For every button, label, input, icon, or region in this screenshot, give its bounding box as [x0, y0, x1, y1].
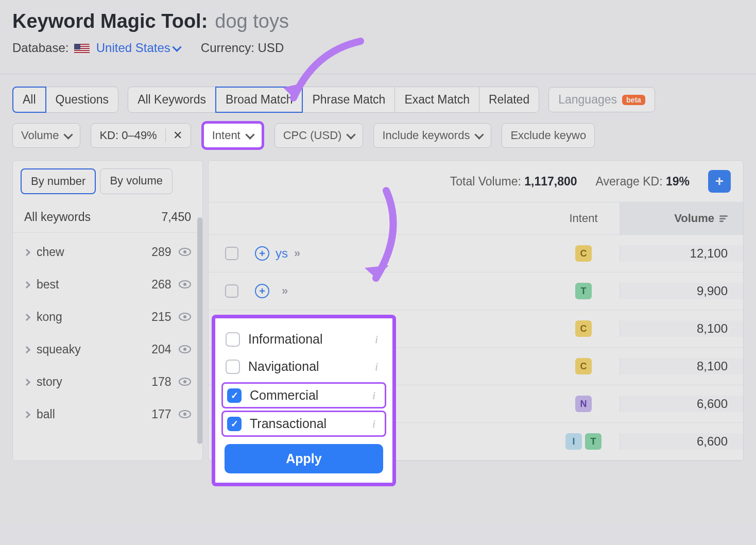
all-keywords-label[interactable]: All keywords [24, 210, 91, 224]
chevron-down-icon [64, 130, 73, 139]
eye-icon[interactable] [179, 345, 191, 353]
exclude-keywords-filter[interactable]: Exclude keywo [502, 123, 595, 148]
table-row: + » T 9,900 [209, 272, 743, 310]
sidebar-item[interactable]: chew289 [13, 236, 202, 268]
sidebar-item-label: story [37, 375, 62, 389]
sort-desc-icon [719, 215, 728, 222]
eye-icon[interactable] [179, 313, 191, 321]
tab-exact-match[interactable]: Exact Match [394, 87, 479, 113]
kd-clear-button[interactable]: ✕ [165, 129, 182, 142]
chevron-right-icon [23, 378, 30, 385]
intent-badge-T: T [585, 433, 602, 450]
apply-button[interactable]: Apply [225, 444, 383, 473]
col-volume[interactable]: Volume [620, 202, 743, 234]
expand-icon[interactable]: + [255, 284, 269, 298]
intent-badge-I: I [565, 433, 582, 450]
intent-option-informational[interactable]: Informational i [215, 326, 392, 353]
intent-badge-C: C [575, 358, 592, 374]
sidebar-item[interactable]: ball177 [13, 398, 202, 431]
col-intent[interactable]: Intent [547, 202, 620, 234]
expand-icon[interactable]: + [255, 246, 269, 261]
row-checkbox[interactable] [225, 284, 238, 298]
database-label: Database: [12, 41, 68, 55]
chevron-down-icon [475, 130, 484, 139]
database-country-dropdown[interactable]: United States [96, 41, 180, 55]
tab-phrase-match[interactable]: Phrase Match [302, 87, 395, 113]
table-row: + ys » C 12,100 [209, 235, 743, 272]
checkbox-checked[interactable]: ✓ [227, 417, 242, 431]
keyword-groups-sidebar: By number By volume All keywords 7,450 c… [12, 160, 203, 461]
total-volume-label: Total Volume: [450, 175, 521, 188]
eye-icon[interactable] [179, 280, 191, 288]
languages-dropdown[interactable]: Languages beta [548, 87, 655, 112]
intent-option-navigational[interactable]: Navigational i [215, 353, 392, 380]
volume-cell: 6,600 [620, 433, 743, 450]
sidebar-item-label: best [37, 278, 59, 292]
all-keywords-count: 7,450 [161, 210, 191, 224]
include-keywords-filter[interactable]: Include keywords [373, 123, 491, 148]
query-text: dog toys [215, 10, 289, 32]
sort-by-number[interactable]: By number [21, 168, 96, 194]
kd-filter[interactable]: KD: 0–49% ✕ [91, 123, 191, 148]
sidebar-item-count: 215 [151, 310, 171, 323]
chevron-right-icon [23, 411, 30, 418]
beta-badge: beta [622, 95, 645, 105]
chevron-down-icon [347, 130, 356, 139]
checkbox[interactable] [226, 332, 240, 347]
intent-badge-N: N [575, 396, 592, 412]
page-title: Keyword Magic Tool: [12, 10, 208, 32]
intent-filter[interactable]: Intent [204, 124, 262, 147]
volume-cell: 9,900 [620, 283, 743, 299]
info-icon[interactable]: i [368, 417, 380, 431]
total-volume-value: 1,117,800 [524, 175, 577, 188]
avg-kd-label: Average KD: [596, 175, 663, 188]
sidebar-item[interactable]: kong215 [13, 301, 202, 333]
sidebar-scrollbar[interactable] [197, 217, 202, 444]
sidebar-item-count: 177 [151, 407, 171, 421]
sidebar-item[interactable]: story178 [13, 366, 202, 398]
tab-related[interactable]: Related [479, 87, 539, 113]
volume-cell: 12,100 [620, 245, 743, 262]
volume-cell: 8,100 [620, 358, 743, 374]
sidebar-item-count: 178 [151, 375, 171, 388]
intent-badge-T: T [575, 283, 592, 299]
info-icon[interactable]: i [371, 333, 382, 346]
currency-label: Currency: USD [201, 41, 284, 55]
intent-badge-C: C [575, 320, 592, 337]
chevron-right-icon [23, 281, 30, 288]
volume-filter[interactable]: Volume [12, 123, 80, 148]
intent-option-commercial[interactable]: ✓ Commercial i [221, 382, 386, 408]
sidebar-item-count: 204 [151, 343, 171, 356]
tab-broad-match[interactable]: Broad Match [215, 87, 303, 113]
info-icon[interactable]: i [371, 360, 382, 373]
info-icon[interactable]: i [368, 389, 380, 402]
eye-icon[interactable] [179, 378, 191, 386]
sidebar-item-count: 289 [151, 245, 171, 259]
cpc-filter[interactable]: CPC (USD) [274, 123, 364, 148]
checkbox-checked[interactable]: ✓ [227, 388, 242, 403]
chevron-right-icon [23, 346, 30, 353]
intent-option-transactional[interactable]: ✓ Transactional i [221, 411, 386, 437]
chevron-down-icon [245, 130, 254, 139]
sidebar-item-label: squeaky [37, 343, 81, 356]
tab-all[interactable]: All [12, 87, 46, 113]
sidebar-item-label: ball [37, 407, 55, 421]
intent-badge-C: C [575, 245, 592, 262]
eye-icon[interactable] [179, 410, 191, 418]
row-checkbox[interactable] [225, 247, 238, 260]
eye-icon[interactable] [179, 248, 191, 256]
sort-by-volume[interactable]: By volume [100, 168, 173, 194]
tab-questions[interactable]: Questions [46, 87, 119, 113]
tab-all-keywords[interactable]: All Keywords [128, 87, 216, 113]
sidebar-item-label: chew [37, 245, 64, 259]
add-button[interactable]: + [708, 170, 731, 193]
double-chevron-icon[interactable]: » [294, 247, 298, 260]
sidebar-item[interactable]: best268 [13, 268, 202, 301]
chevron-down-icon [172, 42, 181, 52]
us-flag-icon [74, 44, 90, 54]
volume-cell: 8,100 [620, 320, 743, 337]
sidebar-item[interactable]: squeaky204 [13, 333, 202, 366]
checkbox[interactable] [226, 360, 240, 374]
keyword-link[interactable]: ys [276, 246, 288, 261]
double-chevron-icon[interactable]: » [282, 284, 286, 298]
